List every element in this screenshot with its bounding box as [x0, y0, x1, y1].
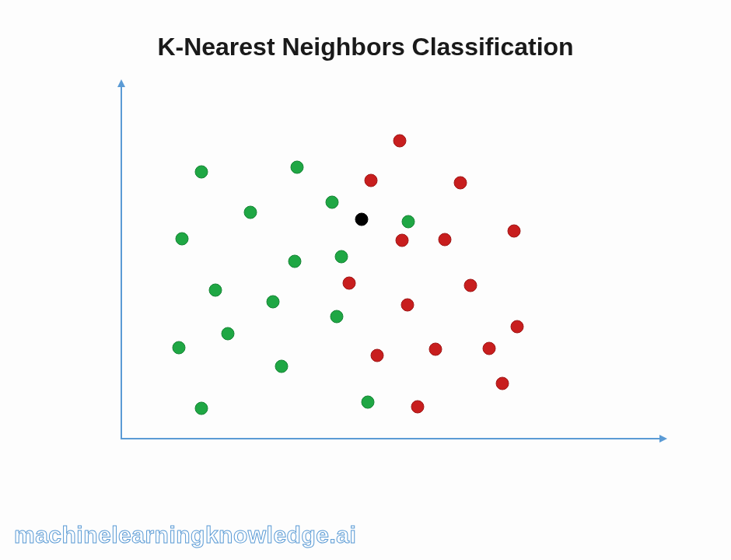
data-point — [209, 284, 222, 297]
data-point — [411, 401, 425, 414]
data-point — [326, 196, 339, 209]
data-point — [195, 166, 208, 179]
data-point — [291, 161, 304, 174]
data-point — [355, 213, 369, 226]
data-point — [483, 342, 496, 355]
data-point — [496, 377, 509, 390]
watermark-text: machinelearningknowledge.ai — [14, 522, 356, 548]
data-point — [454, 177, 467, 190]
data-point — [222, 327, 235, 341]
data-point — [439, 233, 452, 247]
data-point — [244, 206, 257, 219]
data-point — [362, 396, 375, 409]
data-point — [173, 341, 186, 355]
data-point — [511, 320, 524, 334]
x-axis — [121, 438, 661, 439]
x-axis-arrow-icon — [659, 435, 667, 443]
scatter-chart — [121, 78, 665, 447]
data-point — [331, 310, 344, 324]
data-point — [267, 296, 280, 309]
data-point — [401, 299, 414, 312]
data-point — [275, 360, 289, 373]
data-point — [335, 250, 348, 264]
data-point — [365, 174, 378, 187]
page-title: K-Nearest Neighbors Classification — [0, 33, 731, 61]
data-point — [176, 233, 189, 246]
data-point — [343, 277, 356, 290]
data-point — [508, 225, 521, 238]
data-point — [289, 255, 302, 268]
data-point — [464, 279, 477, 292]
y-axis — [121, 86, 122, 439]
data-point — [402, 215, 415, 229]
data-point — [195, 402, 208, 415]
data-point — [393, 135, 407, 148]
data-point — [396, 234, 409, 247]
data-point — [371, 349, 384, 362]
y-axis-arrow-icon — [117, 79, 125, 87]
data-point — [429, 343, 442, 356]
